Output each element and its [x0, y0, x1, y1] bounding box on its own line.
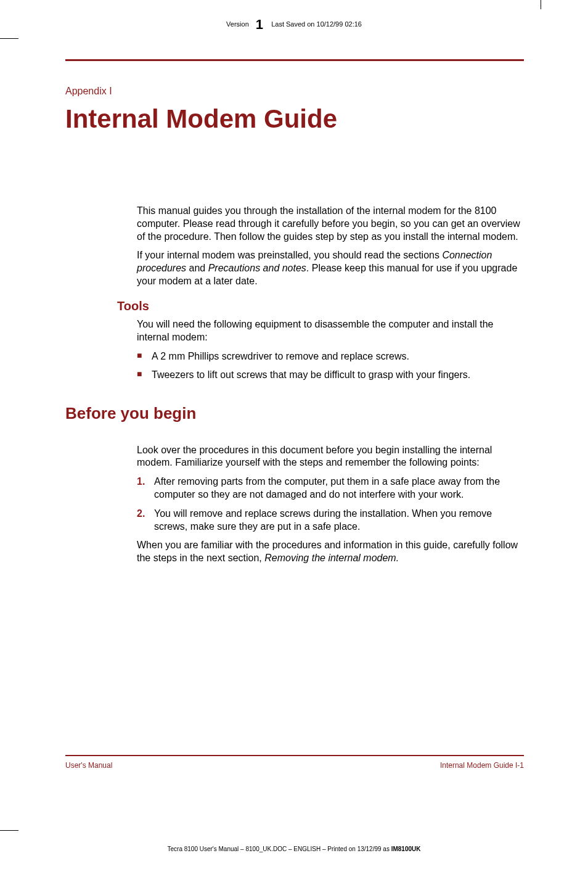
page-footer: User's Manual Internal Modem Guide I-1	[65, 755, 524, 770]
crop-mark	[0, 38, 18, 39]
before-outro: When you are familiar with the procedure…	[137, 539, 524, 565]
list-item: A 2 mm Phillips screwdriver to remove an…	[137, 350, 524, 363]
top-rule	[65, 59, 524, 61]
list-number: 2.	[137, 508, 145, 521]
tools-list: A 2 mm Phillips screwdriver to remove an…	[137, 350, 524, 381]
appendix-label: Appendix I	[65, 86, 524, 97]
before-heading: Before you begin	[65, 404, 524, 423]
tools-intro: You will need the following equipment to…	[137, 318, 524, 344]
footer-left: User's Manual	[65, 761, 112, 770]
version-number: 1	[256, 17, 263, 32]
footer-right: Internal Modem Guide I-1	[440, 761, 524, 770]
tools-heading: Tools	[117, 299, 524, 313]
crop-mark	[0, 830, 18, 831]
version-label: Version	[226, 20, 249, 28]
header-meta: Version 1 Last Saved on 10/12/99 02:16	[0, 17, 588, 33]
list-item: 1.After removing parts from the computer…	[137, 476, 524, 501]
intro-paragraph-1: This manual guides you through the insta…	[137, 205, 524, 243]
intro-block: This manual guides you through the insta…	[137, 205, 524, 288]
before-intro: Look over the procedures in this documen…	[137, 444, 524, 470]
bottom-meta: Tecra 8100 User's Manual – 8100_UK.DOC –…	[0, 846, 588, 852]
list-item: 2.You will remove and replace screws dur…	[137, 508, 524, 533]
page-content: Appendix I Internal Modem Guide This man…	[65, 38, 524, 796]
tools-intro-block: You will need the following equipment to…	[137, 318, 524, 344]
before-outro-block: When you are familiar with the procedure…	[137, 539, 524, 565]
saved-label: Last Saved on 10/12/99 02:16	[271, 20, 362, 28]
bottom-rule	[65, 755, 524, 756]
before-intro-block: Look over the procedures in this documen…	[137, 444, 524, 470]
crop-mark	[541, 0, 541, 9]
intro-paragraph-2: If your internal modem was preinstalled,…	[137, 249, 524, 287]
page-title: Internal Modem Guide	[65, 104, 524, 134]
list-number: 1.	[137, 476, 145, 488]
before-list: 1.After removing parts from the computer…	[137, 476, 524, 533]
list-item: Tweezers to lift out screws that may be …	[137, 368, 524, 382]
